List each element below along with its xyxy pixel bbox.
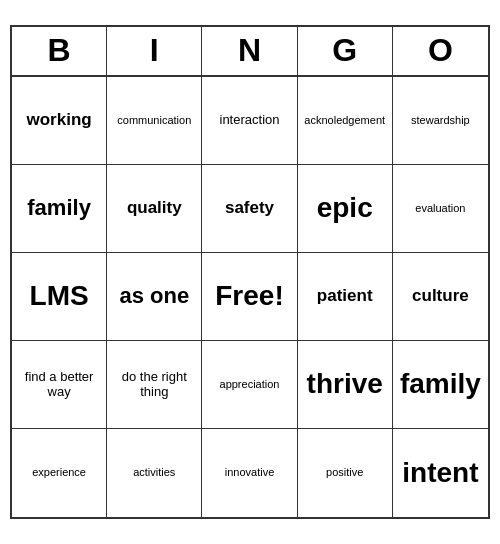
header-letter-N: N xyxy=(202,27,297,74)
bingo-cell-16: do the right thing xyxy=(107,341,202,429)
bingo-cell-21: activities xyxy=(107,429,202,517)
bingo-cell-10: LMS xyxy=(12,253,107,341)
header-letter-G: G xyxy=(298,27,393,74)
bingo-header: BINGO xyxy=(12,27,488,76)
bingo-cell-8: epic xyxy=(298,165,393,253)
bingo-cell-12: Free! xyxy=(202,253,297,341)
bingo-cell-18: thrive xyxy=(298,341,393,429)
header-letter-B: B xyxy=(12,27,107,74)
bingo-cell-24: intent xyxy=(393,429,488,517)
bingo-cell-11: as one xyxy=(107,253,202,341)
bingo-cell-19: family xyxy=(393,341,488,429)
bingo-cell-17: appreciation xyxy=(202,341,297,429)
bingo-cell-1: communication xyxy=(107,77,202,165)
header-letter-O: O xyxy=(393,27,488,74)
bingo-cell-7: safety xyxy=(202,165,297,253)
bingo-cell-22: innovative xyxy=(202,429,297,517)
bingo-cell-2: interaction xyxy=(202,77,297,165)
header-letter-I: I xyxy=(107,27,202,74)
bingo-grid: workingcommunicationinteractionacknoledg… xyxy=(12,77,488,517)
bingo-cell-6: quality xyxy=(107,165,202,253)
bingo-cell-13: patient xyxy=(298,253,393,341)
bingo-cell-15: find a better way xyxy=(12,341,107,429)
bingo-cell-23: positive xyxy=(298,429,393,517)
bingo-card: BINGO workingcommunicationinteractionack… xyxy=(10,25,490,518)
bingo-cell-9: evaluation xyxy=(393,165,488,253)
bingo-cell-20: experience xyxy=(12,429,107,517)
bingo-cell-14: culture xyxy=(393,253,488,341)
bingo-cell-0: working xyxy=(12,77,107,165)
bingo-cell-5: family xyxy=(12,165,107,253)
bingo-cell-4: stewardship xyxy=(393,77,488,165)
bingo-cell-3: acknoledgement xyxy=(298,77,393,165)
